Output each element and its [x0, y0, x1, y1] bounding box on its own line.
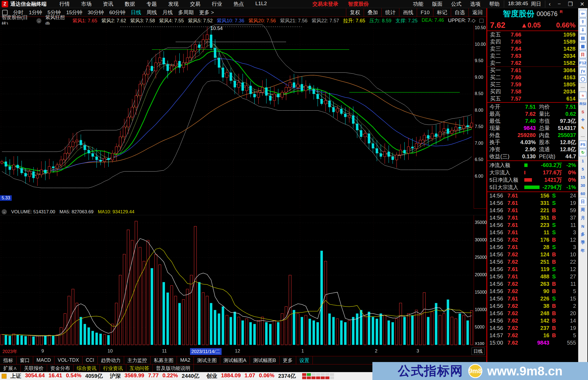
- strip-icon[interactable]: 日: [579, 198, 587, 205]
- window-control-button[interactable]: ‹: [545, 1, 554, 7]
- strip-icon[interactable]: 目: [579, 51, 587, 58]
- chevron-down-icon[interactable]: ⌄: [36, 18, 41, 23]
- indicator-tab[interactable]: 测试主图: [194, 356, 220, 364]
- indicator-tab[interactable]: 指标: [0, 356, 17, 364]
- menu-item[interactable]: 帮助: [485, 1, 504, 8]
- toolbar-button[interactable]: 返回: [468, 8, 486, 17]
- extension-tab[interactable]: 互动问答: [126, 364, 153, 372]
- menu-item[interactable]: 公式: [447, 1, 466, 8]
- strip-icon[interactable]: ↻: [579, 149, 587, 156]
- strip-icon[interactable]: ▤: [579, 34, 587, 42]
- strip-icon[interactable]: RSI: [579, 100, 587, 107]
- menu-item[interactable]: 版面: [428, 1, 447, 8]
- strip-icon[interactable]: ⇩: [579, 26, 587, 34]
- window-control-button[interactable]: ❐: [564, 1, 576, 7]
- strip-icon[interactable]: ≈: [579, 92, 587, 99]
- strip-icon[interactable]: 1: [579, 157, 587, 165]
- period-tab[interactable]: 月线: [160, 9, 176, 16]
- toolbar-button[interactable]: F10: [417, 8, 433, 17]
- strip-icon[interactable]: 季: [579, 239, 587, 246]
- strip-icon[interactable]: 60: [579, 190, 587, 197]
- volume-chart[interactable]: [0, 215, 474, 346]
- time-sales-list[interactable]: 14:56 7.61 156 S 24 14:56 7.61 331 S 19 …: [487, 192, 578, 364]
- menu-item[interactable]: 行业: [206, 1, 228, 8]
- menu-item[interactable]: 选项: [466, 1, 485, 8]
- index-quote[interactable]: 上证 3054.64 16.41 0.54% 4059亿: [10, 372, 103, 380]
- window-control-button[interactable]: −: [554, 1, 565, 7]
- extension-tab[interactable]: 普及版功能说明: [153, 364, 194, 372]
- menu-item[interactable]: 功能: [409, 1, 428, 8]
- strip-icon[interactable]: 15: [579, 173, 587, 181]
- indicator-tab[interactable]: VOL-TDX: [54, 356, 82, 364]
- strip-icon[interactable]: S: [579, 108, 587, 115]
- strip-icon[interactable]: 5: [579, 165, 587, 173]
- toolbar-button[interactable]: 复权: [346, 8, 364, 17]
- menu-item[interactable]: 交易: [184, 1, 206, 8]
- strip-icon[interactable]: 周: [579, 206, 587, 214]
- axis-period-label[interactable]: 日线: [471, 348, 485, 355]
- menu-item[interactable]: 专题: [141, 1, 163, 8]
- indicator-tab[interactable]: 趋势动力: [98, 356, 124, 364]
- menu-item[interactable]: 数据: [119, 1, 141, 8]
- extension-tab[interactable]: 综合资讯: [74, 364, 100, 372]
- toolbar-button[interactable]: 自选: [451, 8, 468, 17]
- window-control-button[interactable]: ✕: [576, 1, 588, 7]
- strip-icon[interactable]: F12: [579, 59, 587, 66]
- strip-icon[interactable]: ƒx: [579, 67, 587, 75]
- strip-icon[interactable]: ✎: [579, 124, 587, 132]
- indicator-tab[interactable]: 主力监控: [124, 356, 151, 364]
- stock-shortcut[interactable]: 智度股份: [343, 1, 374, 8]
- indicator-tab[interactable]: CCI: [82, 356, 98, 364]
- toolbar-button[interactable]: 叠加: [364, 8, 381, 17]
- index-quote[interactable]: 创业 1884.09 1.07 0.06% 2374亿: [206, 372, 296, 380]
- menu-item[interactable]: L1L2: [250, 1, 272, 8]
- strip-icon[interactable]: ✛: [579, 116, 587, 124]
- extension-tab[interactable]: 行业资讯: [100, 364, 126, 372]
- extension-tab[interactable]: 关联报价: [21, 364, 47, 372]
- indicator-tab[interactable]: 窗口: [17, 356, 33, 364]
- indicator-value: UPPER: 7.◇: [448, 17, 476, 24]
- strip-icon[interactable]: 30: [579, 181, 587, 189]
- period-tab[interactable]: 更多 >: [197, 9, 217, 16]
- indicator-tab[interactable]: 设置: [296, 356, 313, 364]
- last-price: 7.62: [490, 21, 505, 30]
- extension-tab[interactable]: 资金分布: [47, 364, 74, 372]
- collapse-pane-icon[interactable]: [479, 19, 483, 23]
- menu-item[interactable]: 行情: [54, 1, 75, 8]
- strip-icon[interactable]: ⇧: [579, 18, 587, 26]
- indicator-tab[interactable]: MACD: [33, 356, 54, 364]
- period-tab[interactable]: 30分钟: [85, 9, 106, 16]
- toolbar-button[interactable]: 画线: [399, 8, 417, 17]
- toolbar-button[interactable]: 标记: [433, 8, 451, 17]
- period-tab[interactable]: 周线: [144, 9, 160, 16]
- indicator-tab[interactable]: 私募主图: [151, 356, 177, 364]
- menu-item[interactable]: 市场: [75, 1, 97, 8]
- chevron-down-icon[interactable]: ⌄: [2, 209, 7, 214]
- market-status-icon[interactable]: [2, 374, 7, 379]
- strip-icon[interactable]: ◯: [579, 75, 587, 83]
- strip-icon[interactable]: F5: [579, 141, 587, 148]
- strip-icon[interactable]: N: [579, 222, 587, 230]
- indicator-tab[interactable]: 测试幅图A: [220, 356, 250, 364]
- strip-icon[interactable]: —: [579, 83, 587, 91]
- login-status[interactable]: 交易未登录: [308, 1, 343, 8]
- period-tab[interactable]: 多周期: [176, 9, 197, 16]
- indicator-tab[interactable]: MA2: [177, 356, 194, 364]
- extension-tab[interactable]: 扩展∧: [0, 364, 21, 372]
- toolbar-button[interactable]: 统计: [381, 8, 399, 17]
- period-tab[interactable]: 60分钟: [106, 9, 128, 16]
- strip-icon[interactable]: ▦: [579, 42, 587, 50]
- menu-item[interactable]: 发现: [163, 1, 184, 8]
- strip-icon[interactable]: 月: [579, 214, 587, 222]
- index-quote[interactable]: 沪深 3569.99 7.77 0.22% 2440亿: [110, 372, 199, 380]
- strip-icon[interactable]: 多: [579, 230, 587, 238]
- menu-item[interactable]: 热点: [228, 1, 250, 8]
- strip-icon[interactable]: 年: [579, 247, 587, 254]
- period-tab[interactable]: 日线: [128, 9, 144, 16]
- candlestick-chart[interactable]: [0, 25, 474, 209]
- menu-item[interactable]: 资讯: [97, 1, 119, 8]
- indicator-tab[interactable]: 测试幅图B: [250, 356, 280, 364]
- strip-icon[interactable]: ⇦: [579, 10, 587, 17]
- strip-icon[interactable]: —: [579, 132, 587, 140]
- indicator-tab[interactable]: 更多: [280, 356, 296, 364]
